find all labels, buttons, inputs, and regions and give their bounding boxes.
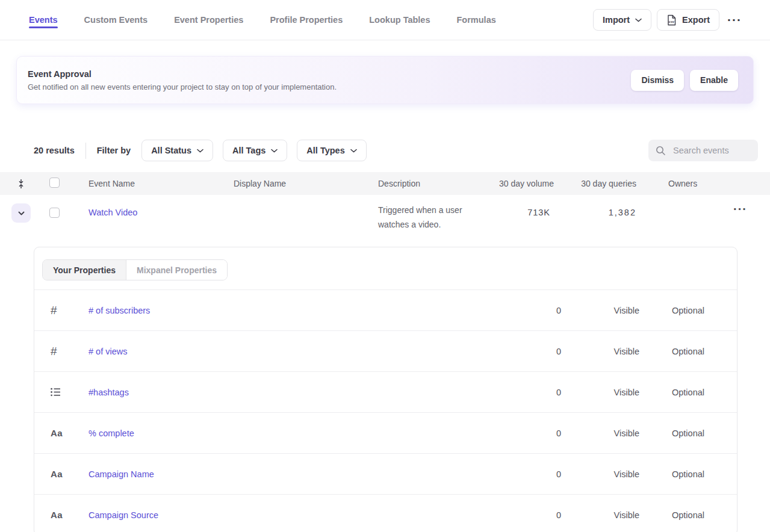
column-header-owners: Owners (636, 179, 710, 188)
import-button[interactable]: Import (593, 9, 651, 31)
chevron-down-icon (635, 18, 642, 22)
property-requirement: Optional (639, 347, 704, 356)
column-header-volume: 30 day volume (494, 179, 554, 188)
property-visibility: Visible (561, 347, 639, 356)
property-volume: 0 (489, 469, 561, 479)
status-filter-dropdown[interactable]: All Status (141, 140, 213, 161)
property-name-link[interactable]: #hashtags (88, 388, 489, 397)
export-button[interactable]: csv Export (657, 9, 719, 31)
property-visibility: Visible (561, 306, 639, 315)
property-visibility: Visible (561, 428, 639, 438)
property-name-link[interactable]: # of views (88, 347, 489, 356)
text-type-icon: Aa (34, 428, 88, 438)
export-button-label: Export (682, 15, 710, 25)
csv-file-icon: csv (666, 14, 677, 26)
expand-cell (0, 195, 42, 223)
properties-tabs: Your Properties Mixpanel Properties (42, 259, 228, 280)
property-requirement: Optional (639, 469, 704, 479)
chevron-down-icon (271, 149, 278, 153)
banner-text: Event Approval Get notified on all new e… (28, 69, 337, 91)
property-visibility: Visible (561, 469, 639, 479)
svg-text:csv: csv (669, 19, 675, 23)
event-volume: 713K (494, 195, 554, 217)
tab-event-properties[interactable]: Event Properties (174, 0, 243, 40)
column-header-description: Description (373, 179, 494, 188)
property-requirement: Optional (639, 388, 704, 397)
chevron-down-icon (350, 149, 357, 153)
search-icon (656, 146, 666, 156)
types-filter-dropdown[interactable]: All Types (297, 140, 366, 161)
event-properties-panel: Your Properties Mixpanel Properties # # … (34, 247, 737, 532)
column-header-display-name: Display Name (234, 179, 373, 188)
divider (85, 143, 86, 159)
property-name-link[interactable]: Campaign Source (88, 510, 489, 520)
property-volume: 0 (489, 510, 561, 520)
list-type-icon (34, 388, 88, 397)
property-volume: 0 (489, 306, 561, 315)
tab-your-properties[interactable]: Your Properties (43, 260, 126, 280)
import-button-label: Import (603, 15, 630, 25)
select-all-checkbox-cell (42, 178, 88, 190)
search-events-box[interactable] (648, 140, 758, 161)
row-more-options-icon[interactable]: ··· (730, 205, 751, 212)
enable-button[interactable]: Enable (690, 70, 738, 91)
search-input[interactable] (672, 145, 751, 156)
property-volume: 0 (489, 347, 561, 356)
top-navigation: Events Custom Events Event Properties Pr… (0, 0, 770, 40)
tab-formulas[interactable]: Formulas (457, 0, 496, 40)
filter-toolbar: 20 results Filter by All Status All Tags… (34, 140, 758, 161)
table-row-watch-video: Watch Video Triggered when a user watche… (0, 195, 770, 241)
column-header-queries: 30 day queries (554, 179, 636, 188)
status-filter-label: All Status (151, 146, 191, 155)
property-volume: 0 (489, 428, 561, 438)
tab-lookup-tables[interactable]: Lookup Tables (369, 0, 430, 40)
property-requirement: Optional (639, 510, 704, 520)
row-checkbox[interactable] (49, 208, 60, 218)
nav-actions: Import csv Export ··· (593, 0, 770, 40)
lexicon-tabs: Events Custom Events Event Properties Pr… (0, 0, 496, 40)
number-type-icon: # (34, 304, 88, 317)
property-name-link[interactable]: Campaign Name (88, 469, 489, 479)
property-visibility: Visible (561, 510, 639, 520)
row-checkbox-cell (42, 195, 88, 220)
select-all-checkbox[interactable] (49, 178, 60, 188)
event-description: Triggered when a user watches a video. (373, 195, 494, 232)
property-row: Aa % complete 0 Visible Optional (34, 412, 737, 453)
tab-mixpanel-properties[interactable]: Mixpanel Properties (126, 260, 227, 280)
filter-by-label: Filter by (97, 146, 131, 155)
property-row: Aa Campaign Source 0 Visible Optional (34, 494, 737, 532)
banner-title: Event Approval (28, 69, 337, 79)
property-row: # # of views 0 Visible Optional (34, 330, 737, 371)
row-actions-cell: ··· (710, 195, 770, 215)
tab-custom-events[interactable]: Custom Events (84, 0, 148, 40)
collapse-all-icon[interactable] (0, 179, 42, 189)
events-table-header: Event Name Display Name Description 30 d… (0, 172, 770, 195)
property-requirement: Optional (639, 306, 704, 315)
tags-filter-dropdown[interactable]: All Tags (223, 140, 287, 161)
event-display-name (234, 195, 373, 208)
types-filter-label: All Types (306, 146, 344, 155)
property-row: # # of subscribers 0 Visible Optional (34, 289, 737, 330)
property-name-link[interactable]: % complete (88, 428, 489, 438)
collapse-row-button[interactable] (11, 203, 31, 223)
event-approval-banner: Event Approval Get notified on all new e… (16, 56, 754, 104)
property-requirement: Optional (639, 428, 704, 438)
property-volume: 0 (489, 388, 561, 397)
more-options-icon[interactable]: ··· (725, 13, 744, 26)
event-name-link[interactable]: Watch Video (88, 195, 234, 217)
dismiss-button[interactable]: Dismiss (631, 70, 684, 91)
tab-events[interactable]: Events (29, 0, 58, 40)
event-queries: 1,382 (554, 195, 636, 217)
column-header-event-name: Event Name (88, 179, 234, 188)
chevron-down-icon (197, 149, 203, 153)
tags-filter-label: All Tags (232, 146, 265, 155)
property-visibility: Visible (561, 388, 639, 397)
banner-actions: Dismiss Enable (631, 70, 738, 91)
banner-description: Get notified on all new events entering … (28, 82, 337, 91)
results-count: 20 results (34, 146, 75, 155)
property-name-link[interactable]: # of subscribers (88, 306, 489, 315)
property-row: #hashtags 0 Visible Optional (34, 371, 737, 412)
property-row: Aa Campaign Name 0 Visible Optional (34, 453, 737, 494)
number-type-icon: # (34, 345, 88, 358)
tab-profile-properties[interactable]: Profile Properties (270, 0, 343, 40)
